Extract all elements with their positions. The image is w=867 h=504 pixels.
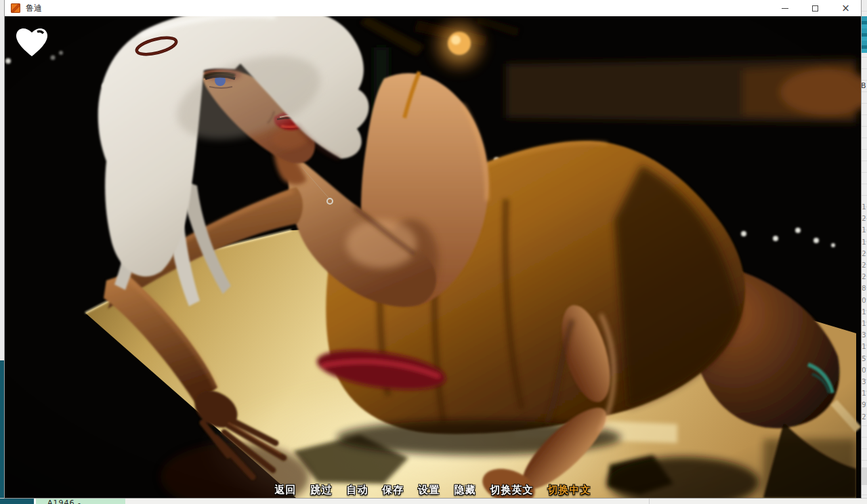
menu-skip[interactable]: 跳过 — [311, 484, 333, 497]
background-app-corner — [0, 499, 34, 504]
menu-back[interactable]: 返回 — [275, 484, 297, 497]
spreadsheet-cell-text: A1946 - — [36, 499, 125, 504]
cell-divider-2 — [649, 499, 650, 504]
menu-switch-english[interactable]: 切换英文 — [490, 484, 534, 497]
window-title: 鲁迪 — [26, 3, 42, 14]
spreadsheet-cell: A1946 - — [36, 499, 125, 504]
game-scene — [5, 16, 861, 498]
game-window: 鲁迪 × — [5, 0, 861, 498]
window-titlebar[interactable]: 鲁迪 × — [5, 0, 861, 16]
background-app-bottom-edge: A1946 - — [0, 498, 867, 504]
minimize-button[interactable] — [769, 0, 800, 16]
maximize-button[interactable] — [800, 0, 830, 16]
spreadsheet-column-letter: B — [861, 81, 867, 90]
close-icon: × — [841, 3, 850, 14]
vignette — [5, 16, 861, 498]
quick-menu: 返回 跳过 自动 保存 设置 隐藏 切换英文 切换中文 — [5, 484, 861, 497]
menu-hide[interactable]: 隐藏 — [454, 484, 476, 497]
background-app-teal-patch — [861, 16, 867, 53]
menu-switch-chinese[interactable]: 切换中文 — [548, 484, 591, 497]
background-app-right-edge: B 1 2 1 1 2 2 2 8 0 1 1 3 1 5 0 3 1 9 2 — [861, 0, 867, 504]
heart-icon — [13, 25, 51, 59]
background-app-left-accent — [0, 360, 5, 504]
window-controls: × — [769, 0, 861, 16]
menu-save[interactable]: 保存 — [383, 484, 404, 497]
menu-auto[interactable]: 自动 — [347, 484, 368, 497]
background-app-band — [861, 467, 867, 485]
maximize-icon — [812, 5, 818, 12]
minimize-icon — [782, 8, 788, 9]
close-button[interactable]: × — [830, 0, 861, 16]
menu-settings[interactable]: 设置 — [419, 484, 440, 497]
app-icon[interactable] — [11, 3, 20, 13]
spreadsheet-row-digits: 1 2 1 1 2 2 2 8 0 1 1 3 1 5 0 3 1 9 2 — [861, 201, 867, 423]
game-viewport[interactable]: 返回 跳过 自动 保存 设置 隐藏 切换英文 切换中文 — [5, 16, 861, 498]
background-app-left-edge — [0, 0, 5, 360]
